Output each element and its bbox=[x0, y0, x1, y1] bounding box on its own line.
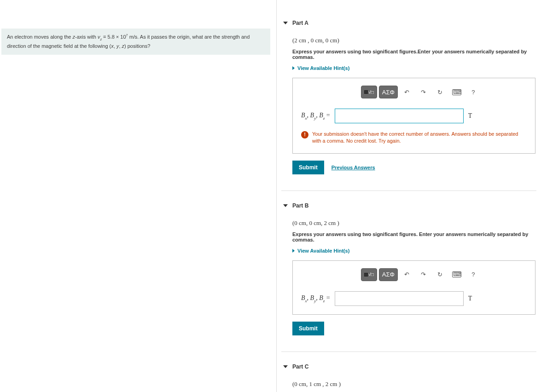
symbols-tool-button[interactable]: ΑΣΦ bbox=[379, 268, 398, 281]
reset-button[interactable]: ↻ bbox=[433, 86, 448, 98]
part-a: Part A (2 cm , 0 cm, 0 cm) Express your … bbox=[281, 18, 536, 174]
part-c-title: Part C bbox=[292, 363, 308, 370]
answer-variable-label: Bx, By, Bz = bbox=[301, 112, 330, 120]
part-b-title: Part B bbox=[292, 202, 308, 209]
caret-down-icon bbox=[283, 365, 288, 368]
caret-down-icon bbox=[283, 204, 288, 207]
hints-label: View Available Hint(s) bbox=[297, 248, 349, 254]
answer-box-b: √□ ΑΣΦ ↶ ↷ ↻ ? Bx, By, Bz = T bbox=[292, 260, 535, 315]
help-button[interactable]: ? bbox=[466, 268, 481, 281]
hints-label: View Available Hint(s) bbox=[297, 65, 349, 71]
submit-button[interactable]: Submit bbox=[292, 322, 324, 335]
answer-input-b[interactable] bbox=[335, 291, 464, 306]
error-text: Your submission doesn't have the correct… bbox=[312, 131, 527, 145]
reset-button[interactable]: ↻ bbox=[433, 268, 448, 281]
part-b-coords: (0 cm, 0 cm, 2 cm ) bbox=[292, 219, 535, 227]
part-b-instructions: Express your answers using two significa… bbox=[292, 231, 535, 242]
submit-button[interactable]: Submit bbox=[292, 161, 324, 174]
answer-box-a: √□ ΑΣΦ ↶ ↷ ↻ ? Bx, By, Bz = T ! bbox=[292, 78, 535, 154]
part-a-coords: (2 cm , 0 cm, 0 cm) bbox=[292, 37, 535, 44]
unit-label: T bbox=[468, 112, 472, 120]
answer-variable-label: Bx, By, Bz = bbox=[301, 294, 330, 303]
undo-button[interactable]: ↶ bbox=[400, 86, 414, 98]
caret-right-icon bbox=[292, 249, 295, 253]
problem-statement: An electron moves along the z-axis with … bbox=[1, 29, 270, 55]
editor-toolbar: √□ ΑΣΦ ↶ ↷ ↻ ? bbox=[301, 86, 527, 98]
error-icon: ! bbox=[301, 131, 308, 138]
symbols-label: ΑΣΦ bbox=[382, 89, 395, 96]
keyboard-icon bbox=[452, 89, 461, 95]
caret-right-icon bbox=[292, 66, 295, 70]
redo-button[interactable]: ↷ bbox=[416, 268, 431, 281]
undo-button[interactable]: ↶ bbox=[400, 268, 414, 281]
part-a-title: Part A bbox=[292, 20, 308, 26]
keyboard-button[interactable] bbox=[449, 86, 464, 98]
keyboard-button[interactable] bbox=[449, 268, 464, 281]
divider bbox=[281, 190, 536, 191]
part-c-coords: (0 cm, 1 cm , 2 cm ) bbox=[292, 380, 535, 388]
answer-input-a[interactable] bbox=[335, 109, 464, 123]
symbols-tool-button[interactable]: ΑΣΦ bbox=[379, 86, 398, 98]
fraction-tool-button[interactable]: √□ bbox=[361, 86, 377, 98]
fraction-tool-button[interactable]: √□ bbox=[361, 268, 377, 281]
keyboard-icon bbox=[452, 271, 461, 277]
part-c: Part C (0 cm, 1 cm , 2 cm ) Express your… bbox=[281, 362, 536, 392]
view-hints-link[interactable]: View Available Hint(s) bbox=[292, 248, 535, 254]
error-message: ! Your submission doesn't have the corre… bbox=[301, 131, 527, 145]
editor-toolbar: √□ ΑΣΦ ↶ ↷ ↻ ? bbox=[301, 268, 527, 281]
redo-button[interactable]: ↷ bbox=[416, 86, 431, 98]
divider bbox=[281, 352, 536, 352]
part-c-header[interactable]: Part C bbox=[281, 362, 536, 376]
unit-label: T bbox=[468, 295, 472, 302]
help-button[interactable]: ? bbox=[466, 86, 481, 98]
view-hints-link[interactable]: View Available Hint(s) bbox=[292, 65, 535, 71]
symbols-label: ΑΣΦ bbox=[382, 271, 395, 278]
part-b: Part B (0 cm, 0 cm, 2 cm ) Express your … bbox=[281, 201, 536, 335]
part-b-header[interactable]: Part B bbox=[281, 201, 536, 215]
caret-down-icon bbox=[283, 22, 288, 24]
part-a-instructions: Express your answers using two significa… bbox=[292, 49, 535, 60]
part-a-header[interactable]: Part A bbox=[281, 18, 536, 32]
previous-answers-link[interactable]: Previous Answers bbox=[332, 165, 375, 170]
problem-text: An electron moves along the bbox=[7, 34, 72, 40]
